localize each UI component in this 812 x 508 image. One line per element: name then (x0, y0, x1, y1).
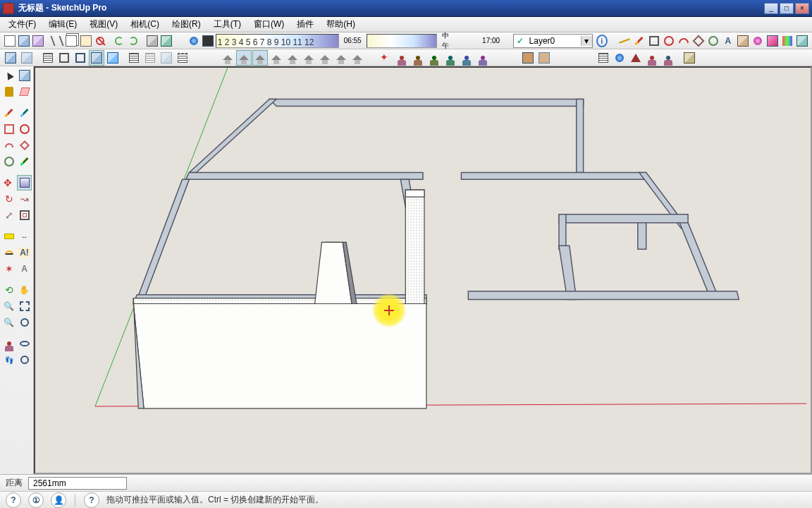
new-file-button[interactable] (3, 33, 16, 49)
help-button-3[interactable]: 👤 (51, 492, 66, 508)
menu-file[interactable]: 文件(F) (3, 17, 42, 32)
help-button-4[interactable]: ? (84, 492, 99, 508)
plugin-cube-button[interactable] (682, 50, 697, 66)
print-button[interactable] (145, 33, 159, 49)
dimensions-tool[interactable]: ↔ (17, 229, 32, 244)
freehand-tool-2[interactable] (17, 105, 32, 121)
view-xray-button[interactable] (159, 50, 174, 66)
line-tool-2[interactable] (1, 105, 16, 121)
polygon-tool-2[interactable] (17, 138, 32, 153)
move-tool[interactable]: ✥ (1, 175, 16, 190)
minimize-button[interactable]: _ (764, 3, 778, 14)
paint-bucket-tool[interactable] (1, 84, 16, 99)
scale-tool[interactable]: ⤢ (1, 207, 16, 223)
pie-tool[interactable] (706, 33, 720, 49)
make-component-button[interactable] (3, 50, 18, 66)
view-iso-button[interactable] (40, 50, 56, 66)
line-tool[interactable] (617, 33, 632, 49)
style-2[interactable] (394, 50, 410, 66)
camera-iso-button[interactable] (220, 50, 235, 66)
view-shaded-button[interactable] (89, 50, 104, 66)
solid-outer-shell-button[interactable] (596, 50, 611, 66)
look-around-tool[interactable] (17, 336, 32, 351)
layer-dropdown-icon[interactable]: ▾ (581, 36, 592, 46)
menu-help[interactable]: 帮助(H) (321, 17, 361, 32)
view-textures-button[interactable] (105, 50, 121, 66)
solid-subtract-button[interactable] (644, 50, 660, 66)
shadow-settings-button[interactable] (201, 33, 214, 49)
camera-left-button[interactable] (301, 50, 316, 66)
style-3[interactable] (410, 50, 426, 66)
extension-1[interactable] (751, 33, 765, 49)
date-ruler[interactable] (367, 34, 437, 48)
view-back-edges-button[interactable] (175, 50, 190, 66)
protractor-tool[interactable] (1, 245, 16, 260)
offset-tool[interactable] (17, 207, 32, 223)
orbit-tool[interactable]: ⟲ (1, 282, 16, 298)
save-button[interactable] (32, 33, 45, 49)
axes-tool[interactable]: ✶ (1, 261, 16, 277)
extension-2[interactable] (765, 33, 780, 49)
view-wireframe-button[interactable] (126, 50, 142, 66)
style-1[interactable]: ✦ (378, 50, 393, 66)
extension-3[interactable] (780, 33, 794, 49)
solid-intersect-button[interactable] (612, 50, 627, 66)
measurement-input[interactable] (28, 477, 127, 490)
layer-selector[interactable]: ✓ Layer0 ▾ (513, 34, 593, 48)
camera-persp-button[interactable] (317, 50, 333, 66)
bezier-tool[interactable] (17, 154, 32, 169)
style-5[interactable] (443, 50, 458, 66)
menu-view[interactable]: 视图(V) (84, 17, 123, 32)
freehand-tool[interactable] (632, 33, 646, 49)
help-button-1[interactable]: ? (6, 492, 21, 508)
cut-button[interactable] (50, 33, 63, 49)
zoom-tool[interactable]: 🔍 (1, 298, 16, 314)
open-file-button[interactable] (17, 33, 30, 49)
component-options-button[interactable] (536, 50, 552, 66)
component-browser-button[interactable] (520, 50, 536, 66)
3d-text-tool[interactable]: A (721, 33, 735, 49)
camera-two-point-button[interactable] (333, 50, 349, 66)
push-pull-tool[interactable] (17, 175, 32, 190)
model-info-button[interactable] (159, 33, 173, 49)
undo-button[interactable] (112, 33, 125, 49)
delete-button[interactable] (93, 33, 106, 49)
camera-front-button[interactable] (252, 50, 268, 66)
pan-tool[interactable]: ✋ (17, 282, 32, 298)
tape-measure-tool[interactable] (1, 229, 16, 244)
menu-tools[interactable]: 工具(T) (208, 17, 247, 32)
polygon-tool[interactable] (691, 33, 706, 49)
text-tool[interactable]: A! (17, 245, 32, 260)
rotate-tool[interactable]: ↻ (1, 191, 16, 207)
camera-right-button[interactable] (269, 50, 284, 66)
time-ruler[interactable]: 1 2 3 4 5 6 7 8 9 10 11 12 (216, 34, 339, 48)
close-button[interactable]: × (795, 3, 809, 14)
follow-me-tool[interactable]: ↝ (17, 191, 32, 207)
help-button-2[interactable]: ① (28, 492, 44, 508)
view-hidden-button[interactable] (142, 50, 158, 66)
walk-tool[interactable]: 👣 (1, 352, 16, 368)
style-4[interactable] (426, 50, 442, 66)
copy-button[interactable] (65, 33, 78, 49)
3d-viewport[interactable] (34, 66, 812, 474)
zoom-extents-tool[interactable]: 🔍 (1, 315, 16, 330)
style-6[interactable] (459, 50, 474, 66)
select-tool[interactable] (1, 68, 16, 83)
solid-union-button[interactable] (628, 50, 644, 66)
make-group-button[interactable] (19, 50, 35, 66)
camera-parallel-button[interactable] (350, 50, 365, 66)
position-camera-tool[interactable] (1, 336, 16, 351)
menu-plugins[interactable]: 插件 (291, 17, 319, 32)
maximize-button[interactable]: □ (780, 3, 794, 14)
component-tool[interactable] (17, 68, 32, 83)
section-plane-tool[interactable] (17, 352, 32, 368)
3d-text-tool-2[interactable]: A (17, 261, 32, 277)
camera-back-button[interactable] (285, 50, 300, 66)
sandbox-tool[interactable] (736, 33, 750, 49)
eraser-tool[interactable] (17, 84, 32, 99)
menu-draw[interactable]: 绘图(R) (166, 17, 207, 32)
rectangle-tool-2[interactable] (1, 121, 16, 137)
style-7[interactable] (475, 50, 491, 66)
pie-tool-2[interactable] (1, 154, 16, 169)
previous-view-tool[interactable] (17, 315, 32, 330)
